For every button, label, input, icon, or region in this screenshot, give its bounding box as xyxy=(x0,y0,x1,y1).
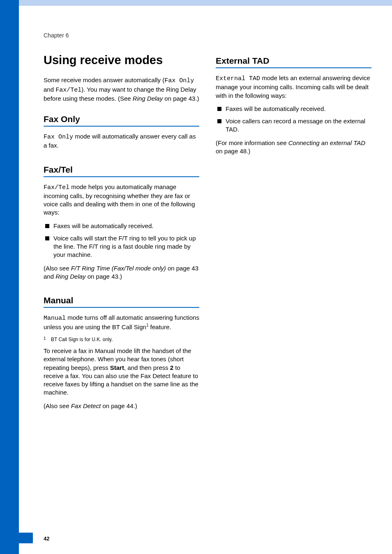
fax-tel-also-ital2: Ring Delay xyxy=(55,273,85,280)
list-item: Voice calls will start the F/T ring to t… xyxy=(44,234,199,259)
heading-fax-only: Fax Only xyxy=(44,114,199,127)
spine-rest xyxy=(0,21,19,554)
content-area: Chapter 6 Using receive modes Some recei… xyxy=(19,25,392,415)
fax-only-paragraph: Fax Only mode will automatically answer … xyxy=(44,132,199,150)
fax-tel-list: Faxes will be automatically received. Vo… xyxy=(44,222,199,259)
manual-also-pre: (Also see xyxy=(44,402,71,409)
manual-text-2: feature. xyxy=(148,323,171,330)
footnote-text: BT Call Sign is for U.K. only. xyxy=(51,337,113,342)
right-column: External TAD External TAD mode lets an e… xyxy=(216,53,371,415)
spine-top xyxy=(0,0,19,21)
page-title: Using receive modes xyxy=(44,53,199,67)
fax-tel-mono: Fax/Tel xyxy=(44,184,69,191)
heading-fax-tel: Fax/Tel xyxy=(44,165,199,177)
fax-tel-paragraph: Fax/Tel mode helps you automatically man… xyxy=(44,183,199,217)
heading-manual: Manual xyxy=(44,295,199,308)
list-item: Voice callers can record a message on th… xyxy=(216,117,371,134)
page-number-tab xyxy=(0,533,33,543)
manual-text-1: mode turns off all automatic answering f… xyxy=(44,314,199,330)
intro-italic: Ring Delay xyxy=(133,95,163,102)
external-paragraph: External TAD mode lets an external answe… xyxy=(216,74,371,100)
intro-text: Some receive modes answer automatically … xyxy=(44,76,164,83)
external-more-ital: Connecting an external TAD xyxy=(288,139,365,146)
list-item: Faxes will be automatically received. xyxy=(216,105,371,113)
left-column: Using receive modes Some receive modes a… xyxy=(44,53,199,415)
external-mono: External TAD xyxy=(216,75,260,82)
external-list: Faxes will be automatically received. Vo… xyxy=(216,105,371,134)
fax-tel-also-post: on page 43.) xyxy=(86,273,122,280)
intro-mono-1: Fax Only xyxy=(164,77,194,84)
heading-external-tad: External TAD xyxy=(216,56,371,68)
top-band xyxy=(0,0,392,6)
manual-mono: Manual xyxy=(44,315,66,322)
intro-mono-2: Fax/Tel xyxy=(55,87,81,94)
intro-paragraph: Some receive modes answer automatically … xyxy=(44,76,199,103)
external-more-post: on page 48.) xyxy=(216,148,250,155)
manual-also: (Also see Fax Detect on page 44.) xyxy=(44,402,199,410)
footnote-marker: 1 xyxy=(44,336,46,341)
manual-paragraph-1: Manual mode turns off all automatic answ… xyxy=(44,314,199,332)
manual-also-post: on page 44.) xyxy=(101,402,137,409)
manual-also-ital: Fax Detect xyxy=(71,402,101,409)
page-number: 42 xyxy=(44,536,49,542)
fax-only-mono: Fax Only xyxy=(44,134,73,141)
list-item: Faxes will be automatically received. xyxy=(44,222,199,230)
fax-tel-also-pre: (Also see xyxy=(44,265,71,272)
manual-footnote: 1 BT Call Sign is for U.K. only. xyxy=(44,337,199,343)
chapter-label: Chapter 6 xyxy=(44,32,371,39)
external-more: (For more information see Connecting an … xyxy=(216,139,371,156)
external-more-pre: (For more information see xyxy=(216,139,288,146)
fax-tel-also: (Also see F/T Ring Time (Fax/Tel mode on… xyxy=(44,264,199,281)
fax-tel-also-ital1: F/T Ring Time (Fax/Tel mode only) xyxy=(71,265,166,272)
manual-p2-bold2: 2 xyxy=(170,364,173,371)
manual-paragraph-2: To receive a fax in Manual mode lift the… xyxy=(44,347,199,397)
intro-text-mid1: and xyxy=(44,86,55,93)
intro-text-post: on page 43.) xyxy=(163,95,199,102)
manual-p2-bold1: Start xyxy=(110,364,124,371)
manual-p2-mid: , and then press xyxy=(124,364,170,371)
page-root: Chapter 6 Using receive modes Some recei… xyxy=(0,0,392,554)
columns: Using receive modes Some receive modes a… xyxy=(44,53,371,415)
